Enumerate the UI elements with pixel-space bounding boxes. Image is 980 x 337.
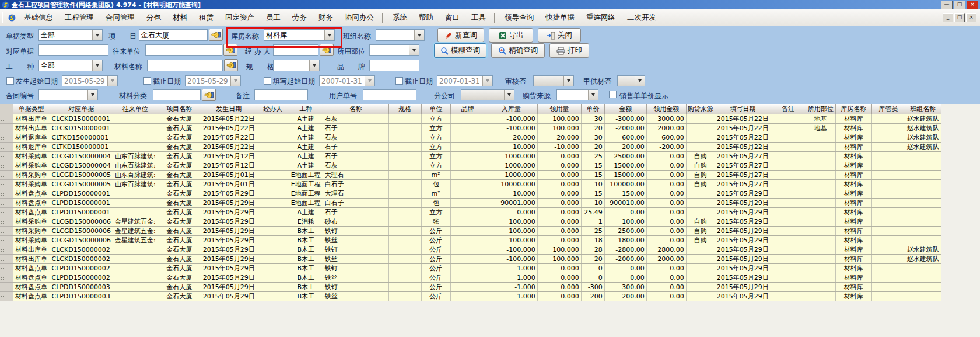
cell[interactable] <box>686 208 715 217</box>
cell[interactable] <box>257 189 289 199</box>
table-row[interactable]: 材料出库单CLCKD150000001金石大厦2015年05月22日A土建石子立… <box>0 124 941 133</box>
row-indicator[interactable] <box>0 255 13 264</box>
menu-item[interactable]: 重连网络 <box>580 9 621 26</box>
cell[interactable]: 材料库 <box>835 114 872 124</box>
cell[interactable]: 2015年05月29日 <box>201 217 257 227</box>
column-header[interactable]: 往来单位 <box>113 104 158 114</box>
cell[interactable]: 材料库 <box>835 227 872 236</box>
cell[interactable]: CLPDD150000003 <box>50 283 113 292</box>
cell[interactable]: 0.000 <box>537 283 581 292</box>
cell[interactable] <box>450 114 485 124</box>
toolbar-grip[interactable] <box>2 12 5 23</box>
cell[interactable]: 公斤 <box>421 264 450 273</box>
cell[interactable] <box>872 161 905 171</box>
cell[interactable]: 2015年05月12日 <box>201 161 257 171</box>
cell[interactable]: 材料采购单 <box>13 236 50 245</box>
cell[interactable] <box>686 283 715 292</box>
cell[interactable]: 材料库 <box>835 180 872 189</box>
cell[interactable] <box>257 245 289 255</box>
user-no-input[interactable] <box>363 89 416 100</box>
cell[interactable]: 山东百脉建筑: <box>113 152 158 161</box>
cell[interactable] <box>686 292 715 301</box>
cell[interactable]: 0.00 <box>604 273 646 283</box>
contract-select[interactable] <box>38 89 98 100</box>
cell[interactable]: -20.000 <box>537 133 581 143</box>
maximize-button[interactable]: □ <box>954 1 965 9</box>
cell[interactable]: 公斤 <box>421 255 450 264</box>
cell[interactable]: 包 <box>421 199 450 208</box>
cell[interactable] <box>806 292 835 301</box>
cell[interactable]: E地面工程 <box>289 189 323 199</box>
cell[interactable]: 自购 <box>686 152 715 161</box>
column-header[interactable]: 所用部位 <box>806 104 835 114</box>
cell[interactable]: 2015年05月29日 <box>715 217 771 227</box>
fill-start-checkbox[interactable] <box>264 77 271 85</box>
cell[interactable]: 金石大厦 <box>158 152 201 161</box>
cell[interactable]: 石子 <box>323 208 388 217</box>
cell[interactable]: 赵水建筑队 <box>905 143 941 152</box>
cell[interactable]: 公斤 <box>421 227 450 236</box>
cell[interactable] <box>905 161 941 171</box>
row-indicator[interactable] <box>0 189 13 199</box>
cell[interactable]: 200.00 <box>604 143 646 152</box>
cell[interactable]: 大理石 <box>323 189 388 199</box>
cell[interactable]: 2800.00 <box>646 245 686 255</box>
cell[interactable]: 金石大厦 <box>158 143 201 152</box>
cell[interactable]: -10.000 <box>485 189 537 199</box>
column-header[interactable]: 领用量 <box>537 104 581 114</box>
cell[interactable]: 0.000 <box>485 208 537 217</box>
cell[interactable] <box>872 292 905 301</box>
cell[interactable] <box>771 264 806 273</box>
cell[interactable] <box>872 273 905 283</box>
cell[interactable]: 0.000 <box>537 208 581 217</box>
cell[interactable]: 石子 <box>323 143 388 152</box>
cell[interactable]: 材料退库单 <box>13 133 50 143</box>
cell[interactable]: 公斤 <box>421 273 450 283</box>
cell[interactable] <box>905 227 941 236</box>
exact-query-button[interactable]: 精确查询 <box>491 43 545 58</box>
cell[interactable]: 立方 <box>421 161 450 171</box>
column-header[interactable]: 领用金额 <box>646 104 686 114</box>
cell[interactable]: 100.000 <box>537 124 581 133</box>
cell[interactable]: 石灰 <box>323 133 388 143</box>
cell[interactable] <box>872 114 905 124</box>
handler-lookup-button[interactable] <box>320 44 334 56</box>
cell[interactable] <box>872 236 905 245</box>
cell[interactable]: 2015年05月29日 <box>201 264 257 273</box>
cell[interactable]: 金星建筑五金: <box>113 217 158 227</box>
cell[interactable]: 地基 <box>806 114 835 124</box>
cell[interactable]: -100.000 <box>485 255 537 264</box>
cell[interactable]: CLPDD150000002 <box>50 273 113 283</box>
chevron-down-icon[interactable] <box>504 90 514 100</box>
source-select[interactable] <box>556 89 598 100</box>
cell[interactable] <box>257 180 289 189</box>
cell[interactable] <box>388 133 421 143</box>
cell[interactable] <box>771 114 806 124</box>
cell[interactable]: 金石大厦 <box>158 283 201 292</box>
cell[interactable]: 100.000 <box>537 255 581 264</box>
cell[interactable]: A土建 <box>289 133 323 143</box>
menu-item[interactable]: 员工 <box>260 9 286 26</box>
cell[interactable]: 20 <box>581 255 604 264</box>
cell[interactable] <box>113 255 158 264</box>
cell[interactable] <box>872 124 905 133</box>
cell[interactable] <box>872 133 905 143</box>
chevron-down-icon[interactable] <box>324 30 334 40</box>
table-row[interactable]: 材料盘点单CLPDD150000001金石大厦2015年05月29日E地面工程大… <box>0 189 941 199</box>
row-indicator[interactable] <box>0 143 13 152</box>
cell[interactable]: 2015年05月22日 <box>715 143 771 152</box>
cell[interactable]: 赵水建筑队 <box>905 114 941 124</box>
menu-item[interactable]: 快捷单据 <box>540 9 580 26</box>
cell[interactable]: 0.000 <box>537 171 581 180</box>
cell[interactable] <box>686 124 715 133</box>
cell[interactable] <box>450 255 485 264</box>
cell[interactable] <box>450 208 485 217</box>
minimize-button[interactable]: — <box>941 1 953 9</box>
cell[interactable]: 3000.00 <box>646 114 686 124</box>
cell[interactable]: 张 <box>421 217 450 227</box>
cell[interactable]: 0.00 <box>646 273 686 283</box>
cell[interactable]: 白石子 <box>323 199 388 208</box>
cell[interactable] <box>450 199 485 208</box>
branch-select[interactable] <box>461 89 514 100</box>
cell[interactable]: 自购 <box>686 217 715 227</box>
